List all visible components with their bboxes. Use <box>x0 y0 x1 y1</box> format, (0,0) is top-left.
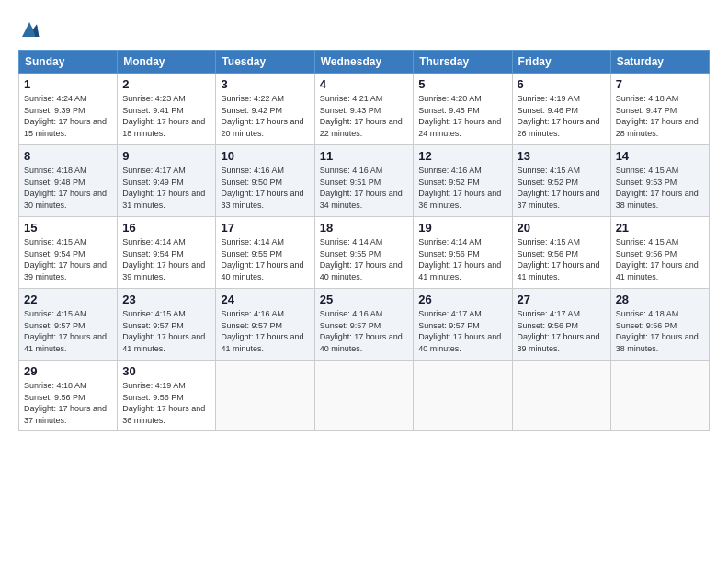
calendar-cell: 1 Sunrise: 4:24 AMSunset: 9:39 PMDayligh… <box>19 74 118 145</box>
day-info: Sunrise: 4:14 AMSunset: 9:54 PMDaylight:… <box>122 236 210 282</box>
logo <box>18 18 44 40</box>
calendar-cell: 9 Sunrise: 4:17 AMSunset: 9:49 PMDayligh… <box>118 145 216 217</box>
calendar-cell: 12 Sunrise: 4:16 AMSunset: 9:52 PMDaylig… <box>414 145 512 217</box>
day-info: Sunrise: 4:18 AMSunset: 9:56 PMDaylight:… <box>24 380 112 426</box>
header-thursday: Thursday <box>414 51 512 74</box>
calendar-cell: 8 Sunrise: 4:18 AMSunset: 9:48 PMDayligh… <box>19 145 118 217</box>
day-info: Sunrise: 4:14 AMSunset: 9:56 PMDaylight:… <box>418 236 506 282</box>
calendar-cell <box>414 361 512 431</box>
day-number: 27 <box>518 293 606 306</box>
calendar-cell <box>314 361 414 431</box>
day-number: 10 <box>221 149 309 163</box>
page: Sunday Monday Tuesday Wednesday Thursday… <box>0 0 728 563</box>
day-number: 5 <box>418 77 506 91</box>
day-info: Sunrise: 4:20 AMSunset: 9:45 PMDaylight:… <box>418 93 506 139</box>
calendar-cell: 16 Sunrise: 4:14 AMSunset: 9:54 PMDaylig… <box>118 217 216 289</box>
day-number: 18 <box>320 221 409 235</box>
calendar-cell: 28 Sunrise: 4:18 AMSunset: 9:56 PMDaylig… <box>610 289 709 361</box>
day-number: 3 <box>221 77 309 91</box>
day-number: 7 <box>616 77 704 91</box>
day-info: Sunrise: 4:15 AMSunset: 9:54 PMDaylight:… <box>24 236 112 282</box>
calendar-cell: 2 Sunrise: 4:23 AMSunset: 9:41 PMDayligh… <box>118 74 216 145</box>
day-number: 30 <box>122 364 210 378</box>
calendar-cell: 30 Sunrise: 4:19 AMSunset: 9:56 PMDaylig… <box>118 361 216 431</box>
calendar-cell: 13 Sunrise: 4:15 AMSunset: 9:52 PMDaylig… <box>512 145 610 217</box>
day-info: Sunrise: 4:15 AMSunset: 9:56 PMDaylight:… <box>518 236 606 282</box>
day-number: 13 <box>518 149 606 163</box>
day-info: Sunrise: 4:19 AMSunset: 9:46 PMDaylight:… <box>518 93 606 139</box>
day-number: 9 <box>122 149 210 163</box>
day-info: Sunrise: 4:19 AMSunset: 9:56 PMDaylight:… <box>122 380 210 426</box>
day-number: 2 <box>122 77 210 91</box>
calendar-cell: 14 Sunrise: 4:15 AMSunset: 9:53 PMDaylig… <box>610 145 709 217</box>
day-info: Sunrise: 4:15 AMSunset: 9:53 PMDaylight:… <box>616 165 704 211</box>
day-info: Sunrise: 4:21 AMSunset: 9:43 PMDaylight:… <box>320 93 409 139</box>
day-number: 14 <box>616 149 704 163</box>
day-number: 11 <box>320 149 409 163</box>
calendar-cell: 3 Sunrise: 4:22 AMSunset: 9:42 PMDayligh… <box>216 74 314 145</box>
header-tuesday: Tuesday <box>216 51 314 74</box>
calendar-cell: 17 Sunrise: 4:14 AMSunset: 9:55 PMDaylig… <box>216 217 314 289</box>
day-number: 28 <box>616 293 704 306</box>
header-friday: Friday <box>512 51 610 74</box>
day-number: 26 <box>418 293 506 306</box>
calendar-cell: 27 Sunrise: 4:17 AMSunset: 9:56 PMDaylig… <box>512 289 610 361</box>
day-info: Sunrise: 4:16 AMSunset: 9:52 PMDaylight:… <box>418 165 506 211</box>
header <box>18 18 710 40</box>
day-number: 6 <box>518 77 606 91</box>
calendar-cell <box>610 361 709 431</box>
calendar-cell: 25 Sunrise: 4:16 AMSunset: 9:57 PMDaylig… <box>314 289 414 361</box>
day-number: 24 <box>221 293 309 306</box>
day-number: 15 <box>24 221 112 235</box>
calendar-cell: 5 Sunrise: 4:20 AMSunset: 9:45 PMDayligh… <box>414 74 512 145</box>
day-info: Sunrise: 4:16 AMSunset: 9:57 PMDaylight:… <box>221 308 309 354</box>
day-info: Sunrise: 4:17 AMSunset: 9:56 PMDaylight:… <box>518 308 606 354</box>
day-number: 4 <box>320 77 409 91</box>
day-number: 29 <box>24 364 112 378</box>
day-info: Sunrise: 4:14 AMSunset: 9:55 PMDaylight:… <box>320 236 409 282</box>
day-info: Sunrise: 4:17 AMSunset: 9:49 PMDaylight:… <box>122 165 210 211</box>
header-sunday: Sunday <box>19 51 118 74</box>
calendar-cell: 6 Sunrise: 4:19 AMSunset: 9:46 PMDayligh… <box>512 74 610 145</box>
day-info: Sunrise: 4:16 AMSunset: 9:50 PMDaylight:… <box>221 165 309 211</box>
day-number: 1 <box>24 77 112 91</box>
calendar-cell: 19 Sunrise: 4:14 AMSunset: 9:56 PMDaylig… <box>414 217 512 289</box>
calendar-table: Sunday Monday Tuesday Wednesday Thursday… <box>18 50 710 431</box>
day-number: 25 <box>320 293 409 306</box>
day-info: Sunrise: 4:17 AMSunset: 9:57 PMDaylight:… <box>418 308 506 354</box>
calendar-cell: 10 Sunrise: 4:16 AMSunset: 9:50 PMDaylig… <box>216 145 314 217</box>
calendar-header-row: Sunday Monday Tuesday Wednesday Thursday… <box>19 51 710 74</box>
day-info: Sunrise: 4:16 AMSunset: 9:57 PMDaylight:… <box>320 308 409 354</box>
calendar-cell: 7 Sunrise: 4:18 AMSunset: 9:47 PMDayligh… <box>610 74 709 145</box>
day-number: 21 <box>616 221 704 235</box>
calendar-cell: 15 Sunrise: 4:15 AMSunset: 9:54 PMDaylig… <box>19 217 118 289</box>
logo-icon <box>18 18 40 40</box>
day-info: Sunrise: 4:15 AMSunset: 9:52 PMDaylight:… <box>518 165 606 211</box>
day-info: Sunrise: 4:22 AMSunset: 9:42 PMDaylight:… <box>221 93 309 139</box>
header-monday: Monday <box>118 51 216 74</box>
day-info: Sunrise: 4:18 AMSunset: 9:56 PMDaylight:… <box>616 308 704 354</box>
day-info: Sunrise: 4:14 AMSunset: 9:55 PMDaylight:… <box>221 236 309 282</box>
day-info: Sunrise: 4:18 AMSunset: 9:48 PMDaylight:… <box>24 165 112 211</box>
day-number: 12 <box>418 149 506 163</box>
day-info: Sunrise: 4:15 AMSunset: 9:57 PMDaylight:… <box>122 308 210 354</box>
header-saturday: Saturday <box>610 51 709 74</box>
day-number: 19 <box>418 221 506 235</box>
calendar-cell: 20 Sunrise: 4:15 AMSunset: 9:56 PMDaylig… <box>512 217 610 289</box>
calendar-cell <box>512 361 610 431</box>
day-info: Sunrise: 4:15 AMSunset: 9:56 PMDaylight:… <box>616 236 704 282</box>
day-number: 20 <box>518 221 606 235</box>
calendar-cell: 18 Sunrise: 4:14 AMSunset: 9:55 PMDaylig… <box>314 217 414 289</box>
day-info: Sunrise: 4:16 AMSunset: 9:51 PMDaylight:… <box>320 165 409 211</box>
day-number: 16 <box>122 221 210 235</box>
calendar-cell: 11 Sunrise: 4:16 AMSunset: 9:51 PMDaylig… <box>314 145 414 217</box>
header-wednesday: Wednesday <box>314 51 414 74</box>
calendar-cell: 21 Sunrise: 4:15 AMSunset: 9:56 PMDaylig… <box>610 217 709 289</box>
calendar-cell: 29 Sunrise: 4:18 AMSunset: 9:56 PMDaylig… <box>19 361 118 431</box>
calendar-cell <box>216 361 314 431</box>
day-number: 8 <box>24 149 112 163</box>
calendar-cell: 24 Sunrise: 4:16 AMSunset: 9:57 PMDaylig… <box>216 289 314 361</box>
day-number: 17 <box>221 221 309 235</box>
day-info: Sunrise: 4:18 AMSunset: 9:47 PMDaylight:… <box>616 93 704 139</box>
day-info: Sunrise: 4:23 AMSunset: 9:41 PMDaylight:… <box>122 93 210 139</box>
